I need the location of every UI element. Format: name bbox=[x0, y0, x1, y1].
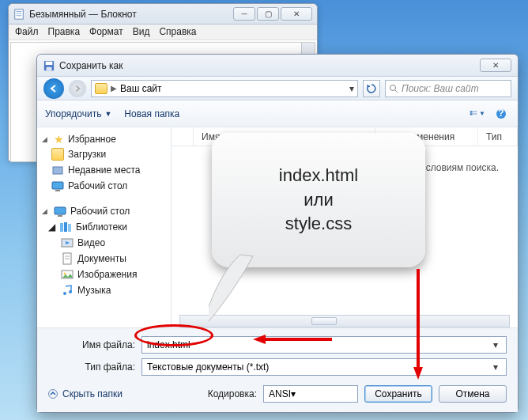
maximize-button[interactable]: ▢ bbox=[257, 7, 279, 21]
tree-item-music[interactable]: Музыка bbox=[40, 282, 168, 298]
chevron-down-icon: ▼ bbox=[479, 110, 485, 117]
organize-button[interactable]: Упорядочить ▼ bbox=[45, 108, 111, 119]
svg-rect-0 bbox=[15, 9, 24, 18]
tree-libraries[interactable]: ◢ Библиотеки bbox=[40, 219, 168, 235]
svg-rect-19 bbox=[58, 215, 62, 217]
svg-rect-15 bbox=[53, 167, 62, 174]
folder-tree[interactable]: ◢ ★ Избранное Загрузки Недавние места Ра… bbox=[37, 127, 172, 327]
annotation-bubble: index.html или style.css bbox=[212, 133, 425, 267]
dialog-titlebar[interactable]: Сохранить как ✕ bbox=[37, 55, 518, 77]
svg-rect-6 bbox=[47, 66, 52, 70]
annotation-line1: index.html bbox=[279, 164, 358, 188]
svg-point-31 bbox=[49, 390, 58, 399]
col-icon[interactable] bbox=[172, 127, 194, 146]
empty-message: словиям поиска. bbox=[426, 162, 499, 173]
tree-item-downloads[interactable]: Загрузки bbox=[40, 146, 168, 162]
libraries-icon bbox=[59, 221, 72, 233]
chevron-up-icon bbox=[48, 389, 58, 399]
encoding-select[interactable]: ANSI ▾ bbox=[263, 385, 358, 403]
menu-edit[interactable]: Правка bbox=[48, 26, 81, 38]
recent-icon bbox=[51, 164, 64, 176]
chevron-down-icon[interactable]: ▾ bbox=[490, 361, 501, 373]
toolbar: Упорядочить ▼ Новая папка ▼ ? bbox=[37, 100, 518, 127]
minimize-button[interactable]: ─ bbox=[233, 7, 255, 21]
breadcrumb[interactable]: ▶ Ваш сайт ▾ bbox=[91, 80, 358, 97]
close-button[interactable]: ✕ bbox=[281, 7, 312, 21]
save-icon bbox=[43, 60, 55, 71]
encoding-label: Кодировка: bbox=[208, 388, 257, 399]
chevron-down-icon: ▼ bbox=[104, 110, 111, 118]
filetype-select[interactable]: Текстовые документы (*.txt) ▾ bbox=[141, 358, 507, 376]
tree-item-video[interactable]: Видео bbox=[40, 235, 168, 251]
arrow-right-icon bbox=[74, 85, 81, 93]
hide-folders-button[interactable]: Скрыть папки bbox=[48, 388, 123, 399]
refresh-icon bbox=[367, 84, 376, 93]
menu-format[interactable]: Формат bbox=[89, 26, 123, 38]
search-placeholder: Поиск: Ваш сайт bbox=[402, 83, 479, 94]
svg-rect-22 bbox=[68, 224, 71, 232]
image-icon bbox=[61, 268, 74, 281]
collapse-icon: ◢ bbox=[48, 221, 55, 233]
svg-point-29 bbox=[63, 292, 66, 295]
notepad-titlebar[interactable]: Безымянный — Блокнот ─ ▢ ✕ bbox=[9, 4, 317, 25]
desktop-icon bbox=[51, 180, 64, 192]
list-view-icon bbox=[470, 109, 477, 119]
svg-rect-10 bbox=[470, 113, 473, 115]
annotation-line3: style.css bbox=[285, 212, 352, 236]
nav-bar: ▶ Ваш сайт ▾ Поиск: Ваш сайт bbox=[37, 77, 518, 100]
svg-rect-17 bbox=[55, 190, 60, 191]
breadcrumb-segment[interactable]: Ваш сайт bbox=[120, 83, 162, 94]
collapse-icon: ◢ bbox=[42, 135, 50, 143]
notepad-menubar: Файл Правка Формат Вид Справка bbox=[9, 25, 317, 40]
dialog-close-button[interactable]: ✕ bbox=[480, 59, 511, 72]
filename-label: Имя файла: bbox=[48, 339, 135, 350]
tree-item-documents[interactable]: Документы bbox=[40, 251, 168, 267]
desktop-icon bbox=[54, 205, 66, 218]
new-folder-button[interactable]: Новая папка bbox=[124, 108, 179, 119]
collapse-icon: ◢ bbox=[42, 207, 50, 215]
menu-file[interactable]: Файл bbox=[15, 26, 39, 38]
refresh-button[interactable] bbox=[363, 80, 380, 97]
tree-favorites[interactable]: ◢ ★ Избранное bbox=[40, 132, 168, 146]
help-icon: ? bbox=[496, 108, 507, 119]
nav-back-button[interactable] bbox=[43, 78, 64, 99]
col-type[interactable]: Тип bbox=[478, 127, 518, 146]
music-icon bbox=[61, 284, 74, 297]
svg-rect-21 bbox=[64, 222, 67, 232]
folder-icon bbox=[95, 83, 107, 94]
nav-forward-button bbox=[69, 80, 86, 97]
search-input[interactable]: Поиск: Ваш сайт bbox=[385, 80, 511, 97]
notepad-icon bbox=[13, 9, 25, 20]
save-button[interactable]: Сохранить bbox=[364, 385, 432, 403]
annotation-arrow-left bbox=[253, 333, 332, 348]
menu-view[interactable]: Вид bbox=[133, 26, 150, 38]
document-icon bbox=[61, 252, 74, 265]
search-icon bbox=[389, 84, 398, 93]
tree-item-desktop[interactable]: Рабочий стол bbox=[40, 178, 168, 194]
filetype-label: Тип файла: bbox=[48, 361, 135, 373]
svg-rect-5 bbox=[46, 61, 53, 64]
arrow-left-icon bbox=[49, 84, 58, 93]
chevron-down-icon[interactable]: ▾ bbox=[291, 388, 296, 399]
video-icon bbox=[61, 236, 74, 249]
tree-item-images[interactable]: Изображения bbox=[40, 267, 168, 282]
dialog-title: Сохранить как bbox=[59, 60, 480, 71]
svg-rect-20 bbox=[60, 223, 63, 232]
annotation-line2: или bbox=[304, 188, 333, 213]
tree-item-recent[interactable]: Недавние места bbox=[40, 162, 168, 178]
menu-help[interactable]: Справка bbox=[159, 26, 196, 38]
svg-point-30 bbox=[69, 290, 72, 293]
view-options-button[interactable]: ▼ bbox=[469, 106, 486, 122]
star-icon: ★ bbox=[54, 134, 64, 145]
tree-desktop-root[interactable]: ◢ Рабочий стол bbox=[40, 203, 168, 219]
svg-point-7 bbox=[390, 85, 396, 90]
chevron-right-icon: ▶ bbox=[111, 84, 117, 93]
help-button[interactable]: ? bbox=[492, 106, 510, 122]
svg-rect-9 bbox=[470, 111, 473, 112]
chevron-down-icon[interactable]: ▾ bbox=[490, 339, 501, 350]
cancel-button[interactable]: Отмена bbox=[439, 385, 507, 403]
folder-icon bbox=[51, 148, 64, 161]
chevron-down-icon[interactable]: ▾ bbox=[349, 83, 354, 94]
notepad-title: Безымянный — Блокнот bbox=[29, 9, 233, 20]
svg-text:?: ? bbox=[498, 108, 503, 119]
